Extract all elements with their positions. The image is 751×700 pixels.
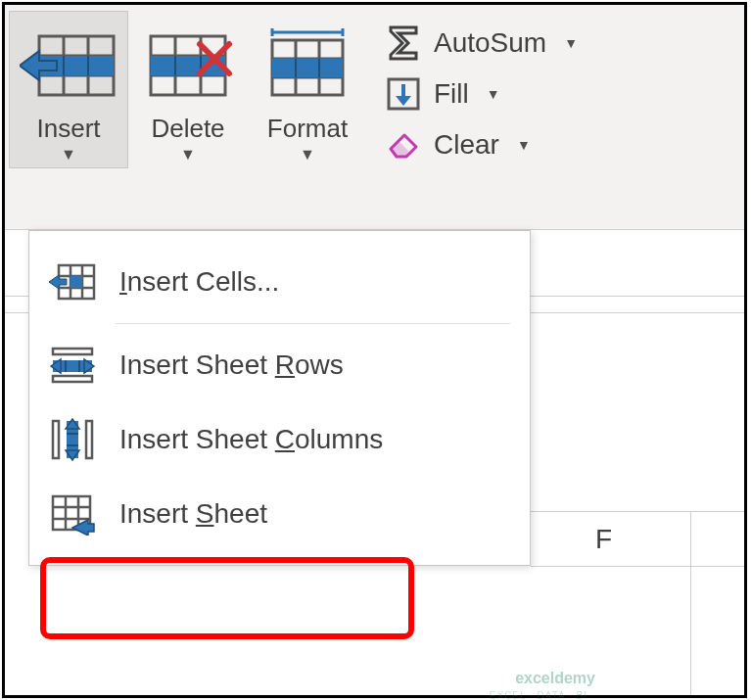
chevron-down-icon: ▼ bbox=[487, 86, 500, 102]
insert-label: Insert bbox=[36, 114, 100, 144]
insert-columns-icon bbox=[49, 416, 96, 463]
svg-rect-41 bbox=[53, 349, 92, 354]
grid-divider bbox=[531, 566, 744, 567]
ribbon: Insert ▼ bbox=[5, 5, 744, 230]
cells-group: Insert ▼ bbox=[5, 5, 367, 168]
menu-item-label: Insert Sheet Columns bbox=[119, 424, 383, 455]
menu-insert-cells[interactable]: Insert Cells... bbox=[29, 245, 530, 319]
chevron-down-icon: ▼ bbox=[564, 35, 578, 51]
clear-label: Clear bbox=[434, 129, 499, 161]
svg-rect-38 bbox=[70, 276, 82, 288]
watermark-subtitle: EXCEL · DATA · BI bbox=[490, 690, 587, 700]
svg-rect-24 bbox=[272, 59, 343, 77]
grid-divider bbox=[531, 511, 744, 512]
menu-item-label: Insert Sheet Rows bbox=[119, 350, 344, 381]
menu-insert-sheet[interactable]: Insert Sheet bbox=[29, 477, 530, 551]
menu-item-label: Insert Cells... bbox=[119, 266, 279, 298]
menu-divider bbox=[116, 323, 510, 324]
insert-dropdown-menu: Insert Cells... Insert Sheet Rows bbox=[28, 230, 531, 566]
clear-button[interactable]: Clear ▼ bbox=[385, 126, 578, 163]
svg-rect-48 bbox=[53, 421, 59, 458]
editing-group: AutoSum ▼ Fill ▼ bbox=[367, 5, 587, 163]
watermark: exceldemy bbox=[515, 670, 595, 687]
insert-button[interactable]: Insert ▼ bbox=[9, 11, 128, 168]
chevron-down-icon: ▼ bbox=[180, 146, 196, 163]
format-button[interactable]: Format ▼ bbox=[248, 11, 367, 168]
insert-rows-icon bbox=[49, 342, 96, 389]
fill-down-icon bbox=[385, 75, 422, 113]
chevron-down-icon: ▼ bbox=[300, 146, 315, 163]
menu-item-label: Insert Sheet bbox=[119, 498, 267, 530]
autosum-button[interactable]: AutoSum ▼ bbox=[385, 24, 578, 62]
delete-label: Delete bbox=[151, 114, 224, 144]
format-icon bbox=[258, 20, 356, 108]
insert-sheet-icon bbox=[49, 490, 96, 537]
chevron-down-icon: ▼ bbox=[517, 137, 531, 153]
svg-rect-49 bbox=[86, 421, 92, 458]
menu-insert-sheet-rows[interactable]: Insert Sheet Rows bbox=[29, 328, 530, 402]
delete-button[interactable]: Delete ▼ bbox=[128, 11, 248, 168]
svg-rect-42 bbox=[53, 376, 92, 382]
autosum-label: AutoSum bbox=[434, 27, 546, 59]
svg-marker-32 bbox=[396, 96, 411, 106]
grid-divider bbox=[690, 511, 691, 695]
delete-icon bbox=[139, 20, 237, 108]
column-header-f[interactable]: F bbox=[595, 524, 612, 555]
menu-insert-sheet-columns[interactable]: Insert Sheet Columns bbox=[29, 402, 530, 477]
eraser-icon bbox=[385, 126, 422, 163]
insert-icon bbox=[20, 20, 117, 108]
fill-label: Fill bbox=[434, 78, 469, 110]
format-label: Format bbox=[267, 114, 348, 144]
fill-button[interactable]: Fill ▼ bbox=[385, 75, 578, 113]
chevron-down-icon: ▼ bbox=[61, 146, 76, 163]
sigma-icon bbox=[385, 24, 422, 62]
insert-cells-icon bbox=[49, 258, 96, 305]
